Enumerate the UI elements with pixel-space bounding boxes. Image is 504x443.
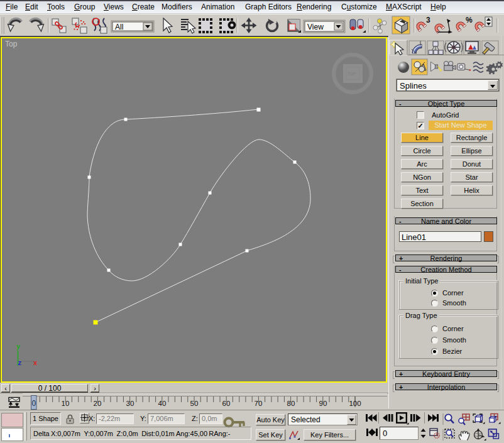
svg-text:80: 80 bbox=[287, 400, 295, 407]
svg-text:All: All bbox=[115, 23, 123, 31]
svg-text:100: 100 bbox=[349, 400, 361, 407]
svg-text:x: x bbox=[33, 359, 38, 366]
svg-text:20: 20 bbox=[94, 400, 102, 407]
svg-text:TOP: TOP bbox=[348, 72, 356, 76]
svg-text:60: 60 bbox=[222, 400, 231, 407]
svg-text:View: View bbox=[307, 23, 324, 31]
svg-text:30: 30 bbox=[126, 400, 134, 407]
svg-text:0: 0 bbox=[32, 399, 36, 408]
svg-text:y: y bbox=[16, 342, 21, 350]
svg-text:z: z bbox=[18, 359, 22, 366]
svg-text:40: 40 bbox=[158, 400, 167, 407]
svg-text:90: 90 bbox=[319, 400, 327, 407]
svg-text:10: 10 bbox=[62, 400, 70, 407]
svg-text:3: 3 bbox=[426, 16, 430, 25]
svg-text:50: 50 bbox=[190, 400, 199, 407]
svg-text:%: % bbox=[466, 16, 473, 25]
svg-text:70: 70 bbox=[255, 400, 263, 407]
